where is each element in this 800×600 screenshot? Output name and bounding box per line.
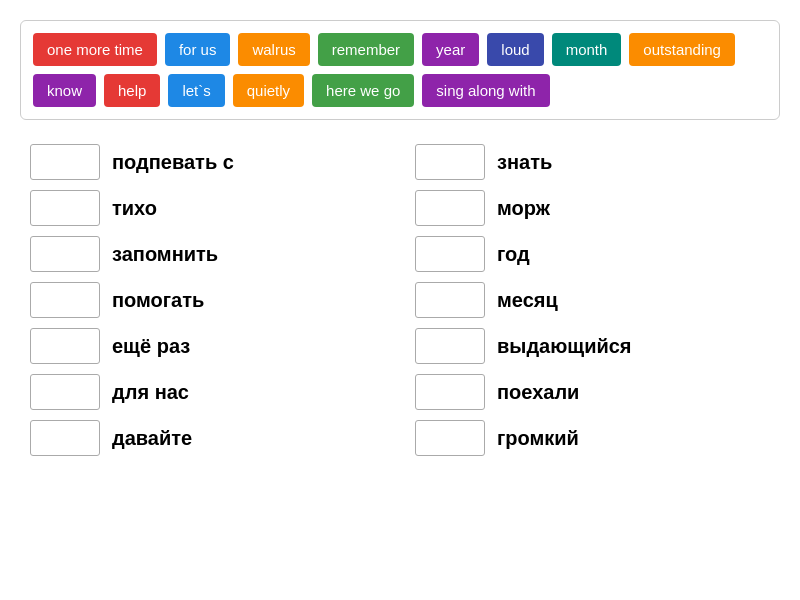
match-row-left-3: помогать bbox=[30, 282, 385, 318]
matching-area: подпевать сзнатьтихоморжзапомнитьгодпомо… bbox=[20, 144, 780, 456]
match-label-left-2: запомнить bbox=[112, 243, 218, 266]
match-label-left-0: подпевать с bbox=[112, 151, 234, 174]
match-label-left-1: тихо bbox=[112, 197, 157, 220]
match-box-left-4[interactable] bbox=[30, 328, 100, 364]
word-tile-help[interactable]: help bbox=[104, 74, 160, 107]
word-tile-year[interactable]: year bbox=[422, 33, 479, 66]
match-label-right-5: поехали bbox=[497, 381, 579, 404]
match-row-left-0: подпевать с bbox=[30, 144, 385, 180]
match-label-left-3: помогать bbox=[112, 289, 204, 312]
match-box-left-3[interactable] bbox=[30, 282, 100, 318]
match-label-right-0: знать bbox=[497, 151, 552, 174]
word-tile-sing-along-with[interactable]: sing along with bbox=[422, 74, 549, 107]
match-box-right-2[interactable] bbox=[415, 236, 485, 272]
match-label-right-2: год bbox=[497, 243, 530, 266]
word-tile-outstanding[interactable]: outstanding bbox=[629, 33, 735, 66]
word-tile-quietly[interactable]: quietly bbox=[233, 74, 304, 107]
match-label-right-1: морж bbox=[497, 197, 550, 220]
match-box-right-6[interactable] bbox=[415, 420, 485, 456]
match-row-left-4: ещё раз bbox=[30, 328, 385, 364]
match-box-left-6[interactable] bbox=[30, 420, 100, 456]
match-box-right-4[interactable] bbox=[415, 328, 485, 364]
match-box-left-1[interactable] bbox=[30, 190, 100, 226]
word-tile-walrus[interactable]: walrus bbox=[238, 33, 309, 66]
match-box-right-1[interactable] bbox=[415, 190, 485, 226]
word-tile-for-us[interactable]: for us bbox=[165, 33, 231, 66]
match-box-left-0[interactable] bbox=[30, 144, 100, 180]
match-row-right-2: год bbox=[415, 236, 770, 272]
match-box-right-5[interactable] bbox=[415, 374, 485, 410]
match-box-right-3[interactable] bbox=[415, 282, 485, 318]
word-bank: one more timefor uswalrusrememberyearlou… bbox=[20, 20, 780, 120]
match-label-left-6: давайте bbox=[112, 427, 192, 450]
match-row-left-6: давайте bbox=[30, 420, 385, 456]
word-tile-lets[interactable]: let`s bbox=[168, 74, 224, 107]
match-row-left-1: тихо bbox=[30, 190, 385, 226]
word-tile-here-we-go[interactable]: here we go bbox=[312, 74, 414, 107]
match-box-left-5[interactable] bbox=[30, 374, 100, 410]
match-box-left-2[interactable] bbox=[30, 236, 100, 272]
match-row-right-3: месяц bbox=[415, 282, 770, 318]
word-tile-loud[interactable]: loud bbox=[487, 33, 543, 66]
match-row-right-1: морж bbox=[415, 190, 770, 226]
match-label-right-6: громкий bbox=[497, 427, 579, 450]
match-row-right-6: громкий bbox=[415, 420, 770, 456]
match-label-right-4: выдающийся bbox=[497, 335, 632, 358]
match-box-right-0[interactable] bbox=[415, 144, 485, 180]
word-tile-remember[interactable]: remember bbox=[318, 33, 414, 66]
word-tile-month[interactable]: month bbox=[552, 33, 622, 66]
match-row-right-4: выдающийся bbox=[415, 328, 770, 364]
match-label-left-4: ещё раз bbox=[112, 335, 190, 358]
match-label-left-5: для нас bbox=[112, 381, 189, 404]
word-tile-one-more-time[interactable]: one more time bbox=[33, 33, 157, 66]
word-tile-know[interactable]: know bbox=[33, 74, 96, 107]
match-label-right-3: месяц bbox=[497, 289, 558, 312]
match-row-right-0: знать bbox=[415, 144, 770, 180]
match-row-left-5: для нас bbox=[30, 374, 385, 410]
match-row-right-5: поехали bbox=[415, 374, 770, 410]
match-row-left-2: запомнить bbox=[30, 236, 385, 272]
